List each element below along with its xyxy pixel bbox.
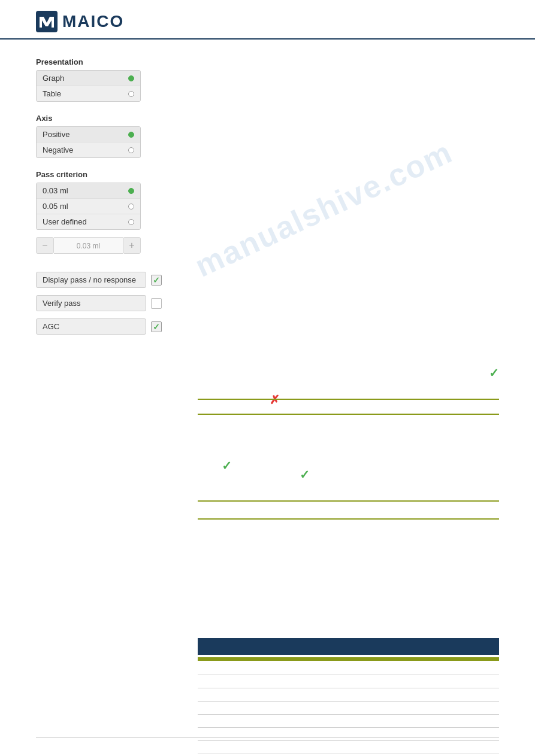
pass-criterion-005-label: 0.05 ml — [43, 202, 128, 211]
table-row-4 — [198, 703, 499, 715]
minus-icon: − — [42, 240, 47, 251]
agc-row: AGC ✓ — [36, 318, 499, 335]
stepper-container: − 0.03 ml + — [36, 237, 499, 254]
header: MAICO — [0, 0, 535, 40]
verify-pass-label: Verify pass — [36, 295, 146, 311]
svg-rect-0 — [36, 11, 58, 32]
presentation-label: Presentation — [36, 57, 499, 66]
pass-criterion-option-005[interactable]: 0.05 ml — [37, 199, 140, 214]
presentation-option-table[interactable]: Table — [37, 86, 140, 101]
pass-criterion-005-dot — [128, 204, 134, 210]
table-row-5 — [198, 716, 499, 728]
pass-criterion-user-dot — [128, 219, 134, 225]
display-pass-label: Display pass / no response — [36, 272, 146, 288]
table-row-2 — [198, 676, 499, 688]
pass-criterion-stepper: − 0.03 ml + — [36, 237, 141, 254]
floating-checkmark-middle-right: ✓ — [300, 467, 310, 482]
display-pass-checkbox-row: Display pass / no response ✓ — [36, 272, 162, 288]
table-header-bar — [198, 638, 499, 655]
stepper-value-display: 0.03 ml — [54, 237, 123, 254]
axis-positive-label: Positive — [43, 130, 128, 139]
table-olive-bar — [198, 657, 499, 661]
display-pass-checkbox[interactable]: ✓ — [151, 275, 162, 286]
agc-label: AGC — [36, 318, 146, 335]
table-row-6 — [198, 729, 499, 741]
pass-criterion-option-003[interactable]: 0.03 ml — [37, 183, 140, 199]
pass-criterion-003-label: 0.03 ml — [43, 186, 128, 195]
presentation-option-graph[interactable]: Graph — [37, 71, 140, 86]
pass-criterion-user-label: User defined — [43, 217, 128, 226]
axis-option-positive[interactable]: Positive — [37, 127, 140, 142]
axis-label: Axis — [36, 114, 499, 123]
pass-criterion-003-dot — [128, 188, 134, 194]
olive-line-1 — [198, 399, 499, 400]
pass-criterion-label: Pass criterion — [36, 170, 499, 179]
logo-text: MAICO — [62, 12, 124, 31]
agc-checkbox[interactable]: ✓ — [151, 321, 162, 332]
floating-checkmark-middle-left: ✓ — [222, 459, 232, 473]
table-row-3 — [198, 690, 499, 702]
presentation-table-label: Table — [43, 89, 128, 98]
axis-negative-dot — [128, 147, 134, 153]
table-row-1 — [198, 663, 499, 675]
table-row-7 — [198, 742, 499, 754]
display-pass-checkmark: ✓ — [153, 275, 160, 285]
logo: MAICO — [36, 11, 124, 32]
verify-pass-checkbox-row: Verify pass — [36, 295, 162, 311]
plus-icon: + — [129, 240, 134, 251]
presentation-radio-group: Graph Table — [36, 70, 141, 102]
olive-line-3 — [198, 500, 499, 502]
axis-negative-label: Negative — [43, 145, 128, 154]
presentation-section: Presentation Graph Table — [36, 57, 499, 102]
axis-radio-group: Positive Negative — [36, 126, 141, 158]
verify-pass-checkbox[interactable] — [151, 298, 162, 309]
pass-criterion-section: Pass criterion 0.03 ml 0.05 ml User defi… — [36, 170, 499, 230]
pass-criterion-radio-group: 0.03 ml 0.05 ml User defined — [36, 183, 141, 230]
presentation-table-dot — [128, 91, 134, 97]
floating-x-mark: ✗ — [270, 393, 280, 407]
agc-checkbox-row: AGC ✓ — [36, 318, 162, 335]
stepper-minus-button[interactable]: − — [36, 237, 54, 254]
agc-checkmark: ✓ — [153, 322, 160, 332]
presentation-graph-dot — [128, 75, 134, 81]
presentation-graph-label: Graph — [43, 74, 128, 83]
olive-line-4 — [198, 518, 499, 520]
main-content: Presentation Graph Table Axis Positive N… — [0, 40, 535, 371]
display-pass-row: Display pass / no response ✓ — [36, 272, 499, 288]
olive-line-2 — [198, 414, 499, 415]
verify-pass-row: Verify pass — [36, 295, 499, 311]
axis-section: Axis Positive Negative — [36, 114, 499, 158]
floating-checkmark-top: ✓ — [489, 366, 499, 380]
axis-option-negative[interactable]: Negative — [37, 142, 140, 157]
stepper-plus-button[interactable]: + — [123, 237, 141, 254]
axis-positive-dot — [128, 132, 134, 138]
footer-line — [36, 737, 499, 738]
pass-criterion-option-user[interactable]: User defined — [37, 214, 140, 229]
logo-icon — [36, 11, 58, 32]
